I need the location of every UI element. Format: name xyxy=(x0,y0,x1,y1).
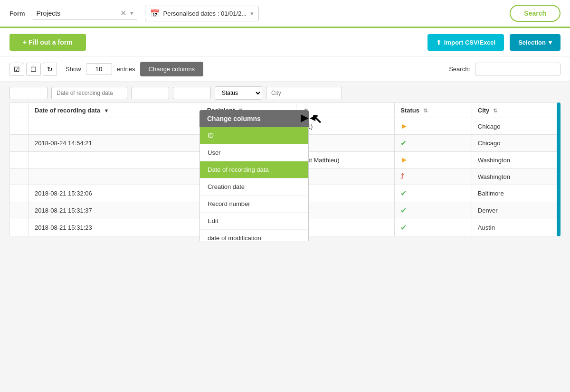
cell-city: Denver xyxy=(472,202,560,219)
filter-recipient-input[interactable] xyxy=(131,87,169,99)
cell-select xyxy=(10,185,29,202)
dropdown-item[interactable]: Edit xyxy=(200,213,308,230)
cell-date xyxy=(29,118,201,135)
checkbox-clear-button[interactable]: ☐ xyxy=(26,63,41,76)
dropdown-header: Change columns ▶◄ ↖ xyxy=(200,110,309,127)
search-label: Search: xyxy=(449,65,470,73)
cell-extra xyxy=(296,185,394,202)
scrollbar-right[interactable] xyxy=(557,103,560,236)
dropdown-item[interactable]: User xyxy=(200,144,308,161)
selection-arrow-icon: ▾ xyxy=(549,39,552,46)
cell-date xyxy=(29,152,201,168)
filter-city-input[interactable] xyxy=(266,87,342,99)
th-status: Status ⇅ xyxy=(395,103,472,118)
cell-city: Chicago xyxy=(472,118,560,135)
sort-city-icon[interactable]: ⇅ xyxy=(493,108,497,113)
cell-extra xyxy=(296,202,394,219)
selection-button[interactable]: Selection ▾ xyxy=(510,34,560,51)
status-filter-select[interactable]: Status Active Inactive xyxy=(215,86,262,100)
refresh-button[interactable]: ↻ xyxy=(43,63,57,76)
main-content: Status Active Inactive Date of recording… xyxy=(0,82,570,241)
cell-extra xyxy=(296,219,394,236)
dropdown-icon[interactable]: ▾ xyxy=(130,9,133,17)
entries-input[interactable] xyxy=(86,63,112,75)
cell-city: Austin xyxy=(472,219,560,236)
cell-extra xyxy=(296,135,394,152)
status-icon: ► xyxy=(400,122,408,130)
th-city-label: City xyxy=(478,107,490,114)
sort-date-icon[interactable]: ▼ xyxy=(104,108,109,113)
date-text: Personalised dates : 01/01/2... xyxy=(163,10,247,17)
cell-date: 2018-08-21 15:31:37 xyxy=(29,202,201,219)
filter-row: Status Active Inactive xyxy=(10,86,560,100)
filter-extra-input[interactable] xyxy=(173,87,211,99)
cell-city: Washington xyxy=(472,168,560,185)
cell-select xyxy=(10,135,29,152)
change-columns-dropdown: Change columns ▶◄ ↖ IDUserDate of record… xyxy=(200,110,309,241)
dropdown-item[interactable]: Creation date xyxy=(200,178,308,196)
cell-date: 2018-08-24 14:54:21 xyxy=(29,135,201,152)
date-select[interactable]: 📅 Personalised dates : 01/01/2... ▾ xyxy=(145,6,259,21)
cell-status: ► xyxy=(395,118,472,135)
cell-select xyxy=(10,152,29,168)
cell-extra: ...st Matthieu) xyxy=(296,152,394,168)
import-button[interactable]: ⬆ Import CSV/Excel xyxy=(428,34,504,51)
cell-city: Chicago xyxy=(472,135,560,152)
import-label: Import CSV/Excel xyxy=(444,39,495,46)
dropdown-header-label: Change columns xyxy=(207,115,261,122)
status-icon: ✔ xyxy=(400,189,407,197)
th-date-label: Date of recording data xyxy=(35,107,100,114)
fill-form-button[interactable]: + Fill out a form xyxy=(10,34,86,51)
status-icon: ► xyxy=(400,156,408,164)
th-city: City ⇅ xyxy=(472,103,560,118)
cell-date: 2018-08-21 15:32:06 xyxy=(29,185,201,202)
cell-status: ✔ xyxy=(395,202,472,219)
dropdown-item[interactable]: date of modification xyxy=(200,230,308,241)
cell-select xyxy=(10,219,29,236)
cell-select xyxy=(10,202,29,219)
cursor-icon: ▶◄ xyxy=(301,112,317,123)
date-arrow-icon[interactable]: ▾ xyxy=(250,10,254,17)
entries-label: entries xyxy=(117,65,135,73)
th-date: Date of recording data ▼ xyxy=(29,103,201,118)
cell-date: 2018-08-21 15:31:23 xyxy=(29,219,201,236)
cell-status: ✔ xyxy=(395,185,472,202)
checkbox-all-button[interactable]: ☑ xyxy=(10,63,24,76)
filter-col1-input[interactable] xyxy=(10,87,48,99)
status-icon: ✔ xyxy=(400,139,407,147)
cell-status: ⤴ xyxy=(395,168,472,185)
th-select xyxy=(10,103,29,118)
sort-status-icon[interactable]: ⇅ xyxy=(423,108,428,113)
change-columns-button[interactable]: Change columns xyxy=(140,62,204,76)
cell-extra xyxy=(296,168,394,185)
table-controls: ☑ ☐ ↻ Show entries Change columns Search… xyxy=(0,57,570,82)
project-select[interactable]: Projects ✕ ▾ xyxy=(33,7,137,20)
cell-status: ✔ xyxy=(395,219,472,236)
clear-icon[interactable]: ✕ xyxy=(120,9,126,18)
cell-city: Baltimore xyxy=(472,185,560,202)
search-table-input[interactable] xyxy=(475,63,560,75)
top-bar: Form Projects ✕ ▾ 📅 Personalised dates :… xyxy=(0,0,570,28)
cell-status: ► xyxy=(395,152,472,168)
action-bar: + Fill out a form ⬆ Import CSV/Excel Sel… xyxy=(0,28,570,57)
calendar-icon: 📅 xyxy=(150,9,160,18)
form-label: Form xyxy=(10,10,25,17)
show-label: Show xyxy=(66,65,81,73)
status-icon: ✔ xyxy=(400,206,407,215)
check-icons-group: ☑ ☐ ↻ xyxy=(10,63,57,76)
dropdown-list: IDUserDate of recording dataCreation dat… xyxy=(200,127,309,241)
th-status-label: Status xyxy=(400,107,419,114)
filter-date-input[interactable] xyxy=(51,87,127,99)
import-icon: ⬆ xyxy=(436,39,441,46)
dropdown-item[interactable]: Record number xyxy=(200,196,308,213)
cell-select xyxy=(10,118,29,135)
dropdown-item[interactable]: ID xyxy=(200,127,308,144)
cell-date xyxy=(29,168,201,185)
cell-city: Washington xyxy=(472,152,560,168)
selection-label: Selection xyxy=(518,39,546,46)
status-icon: ⤴ xyxy=(400,172,404,180)
search-button[interactable]: Search xyxy=(510,5,560,22)
cell-status: ✔ xyxy=(395,135,472,152)
project-name: Projects xyxy=(37,9,116,17)
dropdown-item[interactable]: Date of recording data xyxy=(200,161,308,178)
